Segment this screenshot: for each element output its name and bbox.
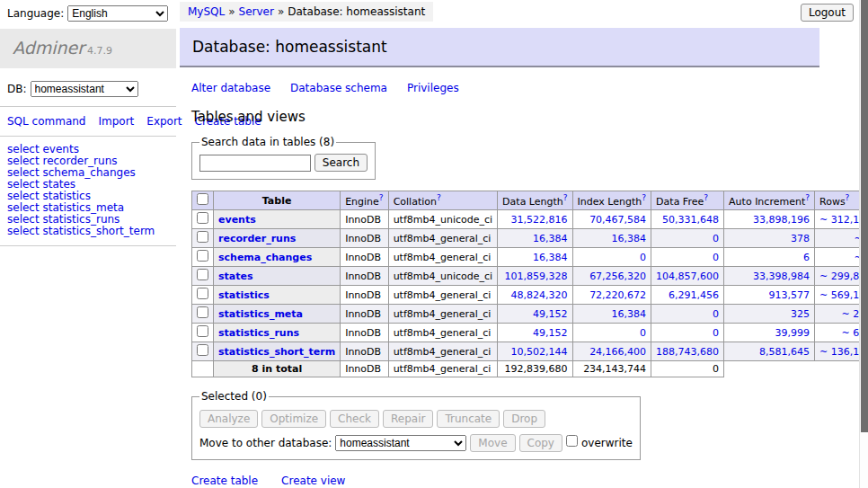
- row-checkbox[interactable]: [197, 344, 208, 356]
- engine-cell: InnoDB: [341, 267, 388, 286]
- collation-cell: utf8mb4_unicode_ci: [388, 210, 497, 229]
- data-length-cell-link[interactable]: 16,384: [533, 233, 568, 244]
- privileges-link[interactable]: Privileges: [407, 82, 459, 94]
- row-checkbox[interactable]: [197, 250, 208, 262]
- table-name-link[interactable]: statistics: [218, 289, 270, 301]
- help-icon[interactable]: ?: [379, 193, 384, 202]
- move-db-select[interactable]: homeassistant: [335, 435, 466, 451]
- auto-increment-cell-link[interactable]: 913,577: [769, 289, 810, 301]
- row-checkbox[interactable]: [197, 306, 208, 318]
- row-checkbox[interactable]: [197, 325, 208, 337]
- db-select[interactable]: homeassistant: [31, 81, 138, 97]
- breadcrumb-link-mysql[interactable]: MySQL: [188, 5, 225, 18]
- sidebar-link-export[interactable]: Export: [146, 115, 182, 128]
- scrollbar-thumb[interactable]: [861, 0, 868, 432]
- auto-increment-cell-link[interactable]: 8,581,645: [759, 346, 810, 358]
- sidebar-select-link[interactable]: select statistics_short_term: [7, 226, 169, 237]
- overwrite-checkbox[interactable]: [566, 435, 578, 447]
- column-header: Data Free?: [651, 191, 724, 210]
- row-checkbox[interactable]: [197, 231, 208, 243]
- index-length-cell-link[interactable]: 70,467,584: [589, 214, 646, 226]
- search-button[interactable]: Search: [314, 154, 368, 172]
- sidebar: Language:English Adminer4.7.9 DB:homeass…: [0, 0, 176, 246]
- index-length-cell: 0: [572, 248, 651, 267]
- analyze-button[interactable]: Analyze: [199, 410, 258, 428]
- create-links: Create tableCreate view: [191, 475, 819, 487]
- auto-increment-cell-link[interactable]: 6: [803, 252, 810, 263]
- index-length-cell-link[interactable]: 0: [640, 252, 646, 263]
- sidebar-link-import[interactable]: Import: [98, 115, 134, 128]
- move-button[interactable]: Move: [470, 434, 515, 452]
- select-all-checkbox[interactable]: [197, 193, 208, 205]
- data-free-cell: 0: [651, 305, 724, 324]
- create-table-link[interactable]: Create table: [191, 475, 258, 487]
- index-length-cell-link[interactable]: 67,256,320: [589, 271, 646, 282]
- help-icon[interactable]: ?: [846, 193, 850, 202]
- alter-database-link[interactable]: Alter database: [191, 82, 270, 94]
- data-free-cell-link[interactable]: 50,331,648: [662, 214, 719, 226]
- table-name-link[interactable]: statistics_runs: [218, 327, 299, 339]
- search-input[interactable]: [199, 155, 311, 172]
- data-free-cell-link[interactable]: 104,857,600: [656, 271, 719, 282]
- table-name-link[interactable]: recorder_runs: [218, 233, 296, 244]
- auto-increment-cell-link[interactable]: 378: [791, 233, 810, 244]
- data-free-cell-link[interactable]: 0: [713, 252, 719, 263]
- table-name-link[interactable]: statistics_short_term: [218, 346, 335, 358]
- row-checkbox[interactable]: [197, 269, 208, 280]
- data-length-cell-link[interactable]: 10,502,144: [511, 346, 568, 358]
- auto-increment-cell-link[interactable]: 33,398,984: [753, 271, 810, 282]
- data-length-cell-link[interactable]: 101,859,328: [505, 271, 568, 282]
- logout-button[interactable]: Logout: [801, 4, 854, 22]
- data-length-cell-link[interactable]: 49,152: [533, 308, 568, 320]
- data-free-cell-link[interactable]: 0: [713, 327, 719, 339]
- optimize-button[interactable]: Optimize: [261, 410, 326, 428]
- copy-button[interactable]: Copy: [519, 434, 562, 452]
- adminer-brand[interactable]: Adminer: [13, 38, 84, 58]
- data-free-cell-link[interactable]: 6,291,456: [669, 289, 719, 301]
- language-select[interactable]: English: [67, 5, 168, 22]
- auto-increment-cell-link[interactable]: 39,999: [775, 327, 810, 339]
- data-length-cell-link[interactable]: 49,152: [533, 327, 568, 339]
- collation-cell: utf8mb4_general_ci: [388, 286, 497, 305]
- data-free-cell-link[interactable]: 0: [713, 233, 719, 244]
- repair-button[interactable]: Repair: [383, 410, 433, 428]
- check-button[interactable]: Check: [330, 410, 379, 428]
- index-length-cell-link[interactable]: 72,220,672: [589, 289, 646, 301]
- help-icon[interactable]: ?: [437, 193, 441, 202]
- table-name-link[interactable]: states: [218, 271, 253, 282]
- index-length-cell-link[interactable]: 0: [640, 327, 646, 339]
- table-name-link[interactable]: schema_changes: [218, 252, 312, 263]
- sidebar-link-sql-command[interactable]: SQL command: [7, 115, 85, 128]
- index-length-cell-link[interactable]: 24,166,400: [589, 346, 646, 358]
- data-length-cell: 101,859,328: [498, 267, 572, 286]
- auto-increment-cell-link[interactable]: 33,898,196: [753, 214, 810, 226]
- row-checkbox[interactable]: [197, 288, 208, 299]
- collation-cell: utf8mb4_general_ci: [388, 305, 497, 324]
- database-schema-link[interactable]: Database schema: [290, 82, 387, 94]
- help-icon[interactable]: ?: [563, 193, 568, 202]
- data-length-cell-link[interactable]: 48,824,320: [511, 289, 568, 301]
- data-free-cell-link[interactable]: 188,743,680: [656, 346, 719, 358]
- data-length-cell-link[interactable]: 31,522,816: [511, 214, 568, 226]
- breadcrumb-current: Database: homeassistant: [288, 5, 425, 18]
- create-view-link[interactable]: Create view: [281, 475, 345, 487]
- index-length-cell-link[interactable]: 16,384: [612, 308, 647, 320]
- index-length-cell: 16,384: [572, 229, 651, 248]
- breadcrumb-link-server[interactable]: Server: [239, 5, 274, 18]
- table-name-link[interactable]: events: [218, 214, 256, 226]
- total-data-free: 0: [651, 361, 724, 377]
- auto-increment-cell-link[interactable]: 325: [791, 308, 810, 320]
- table-name-link[interactable]: statistics_meta: [218, 308, 303, 320]
- total-row: 8 in total InnoDB utf8mb4_general_ci 192…: [192, 361, 868, 377]
- truncate-button[interactable]: Truncate: [437, 410, 500, 428]
- help-icon[interactable]: ?: [704, 193, 708, 202]
- data-length-cell-link[interactable]: 16,384: [533, 252, 568, 263]
- row-checkbox[interactable]: [197, 212, 208, 224]
- index-length-cell-link[interactable]: 16,384: [612, 233, 647, 244]
- help-icon[interactable]: ?: [805, 193, 810, 202]
- vertical-scrollbar[interactable]: [859, 0, 868, 488]
- data-free-cell-link[interactable]: 0: [713, 308, 719, 320]
- selected-legend: Selected (0): [199, 390, 269, 403]
- help-icon[interactable]: ?: [642, 193, 646, 202]
- drop-button[interactable]: Drop: [503, 410, 545, 428]
